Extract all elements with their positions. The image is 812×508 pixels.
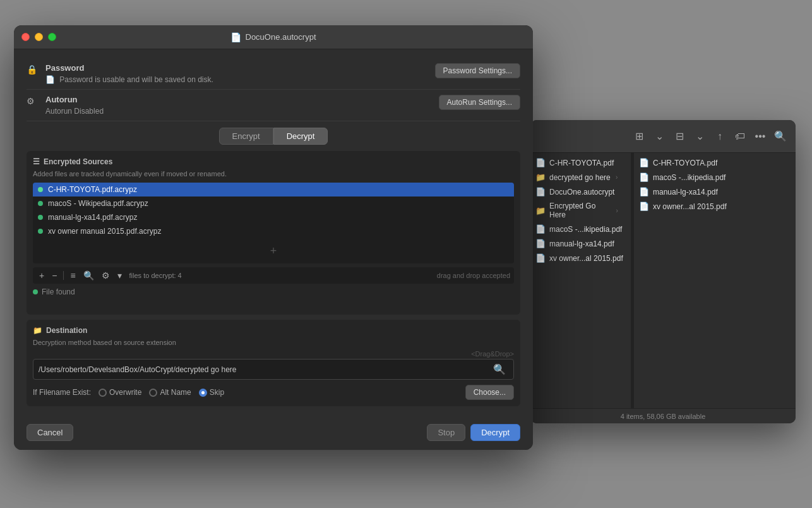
file-list: C-HR-TOYOTA.pdf.acrypz macoS - Wikipedia…	[33, 183, 514, 263]
list-item[interactable]: 📄 macoS -...ikipedia.pdf	[530, 222, 631, 236]
tag-icon[interactable]: 🏷	[732, 129, 748, 144]
file-list-empty-space: +	[33, 238, 514, 263]
remove-file-button[interactable]: −	[49, 269, 59, 282]
dialog-window: 📄 DocuOne.autocrypt 🔒 Password 📄 Passwor…	[14, 25, 533, 450]
encrypted-sources-panel: ☰ Encrypted Sources Added files are trac…	[27, 151, 520, 315]
list-item[interactable]: 📄 macoS -...ikipedia.pdf	[634, 170, 796, 184]
destination-path[interactable]: /Users/roberto/DevelsandBox/AutoCrypt/de…	[39, 365, 488, 374]
destination-path-row: <Drag&Drop> /Users/roberto/DevelsandBox/…	[33, 350, 514, 380]
autorun-section: ⚙ Autorun Autorun Disabled AutoRun Setti…	[27, 90, 520, 121]
overwrite-radio[interactable]	[99, 389, 107, 397]
finder-status-bar: 4 items, 58,06 GB available	[530, 408, 796, 423]
altname-radio[interactable]	[149, 389, 157, 397]
file-item[interactable]: macoS - Wikipedia.pdf.acrypz	[33, 197, 514, 210]
altname-label: Alt Name	[160, 388, 191, 397]
password-settings-button[interactable]: Password Settings...	[435, 63, 520, 78]
file-icon: 📄	[535, 239, 546, 248]
columns-toggle-icon[interactable]: ⌄	[652, 129, 667, 144]
altname-option[interactable]: Alt Name	[149, 388, 191, 397]
maximize-button[interactable]	[48, 33, 56, 41]
file-status-dot	[38, 215, 43, 220]
dropdown-file-button[interactable]: ▾	[115, 269, 124, 282]
file-item[interactable]: C-HR-TOYOTA.pdf.acrypz	[33, 183, 514, 197]
list-item[interactable]: 📄 xv owner...al 2015.pdf	[634, 199, 796, 214]
chevron-right-icon: ›	[616, 174, 626, 181]
sources-header: ☰ Encrypted Sources	[33, 157, 514, 166]
title-bar-center: 📄 DocuOne.autocrypt	[230, 32, 316, 42]
autorun-settings-button[interactable]: AutoRun Settings...	[439, 95, 520, 110]
file-item[interactable]: xv owner manual 2015.pdf.acrypz	[33, 224, 514, 238]
password-section: 🔒 Password 📄 Password is usable and will…	[27, 58, 520, 90]
autorun-settings-right: AutoRun Settings...	[439, 95, 520, 110]
finder-toolbar: ⊞ ⌄ ⊟ ⌄ ↑ 🏷 ••• 🔍	[530, 120, 796, 153]
footer-right: Stop Decrypt	[427, 424, 520, 441]
search-icon[interactable]: 🔍	[773, 129, 788, 144]
destination-title: Destination	[46, 326, 87, 335]
file-icon: 📄	[535, 253, 546, 263]
file-status-text: File found	[42, 287, 75, 296]
gear-icon: ⚙	[27, 96, 39, 106]
password-body: Password 📄 Password is usable and will b…	[45, 63, 429, 84]
destination-panel: 📁 Destination Decryption method based on…	[27, 320, 520, 406]
list-item[interactable]: 📄 DocuOne.autocrypt	[530, 184, 631, 199]
list-item[interactable]: 📄 C-HR-TOYOTA.pdf	[530, 155, 631, 170]
add-icon: +	[33, 238, 514, 263]
file-count: files to decrypt: 4	[129, 272, 434, 279]
file-icon: 📄	[639, 202, 649, 211]
list-item[interactable]: 📄 xv owner...al 2015.pdf	[530, 251, 631, 265]
grid-icon[interactable]: ⊟	[672, 129, 687, 144]
overwrite-option[interactable]: Overwrite	[99, 388, 141, 397]
share-icon[interactable]: ↑	[712, 129, 727, 144]
file-item[interactable]: manual-lg-xa14.pdf.acrypz	[33, 210, 514, 224]
file-name: manual-lg-xa14.pdf.acrypz	[48, 213, 137, 222]
title-icon: 📄	[230, 32, 241, 42]
folder-icon: 📁	[33, 326, 42, 335]
status-dot	[33, 289, 38, 294]
settings-file-button[interactable]: ⚙	[99, 269, 112, 282]
columns-icon[interactable]: ⊞	[631, 129, 647, 144]
overwrite-label: Overwrite	[109, 388, 141, 397]
list-item[interactable]: 📄 manual-lg-xa14.pdf	[530, 236, 631, 251]
finder-window: ⊞ ⌄ ⊟ ⌄ ↑ 🏷 ••• 🔍 📄 C-HR-TOYOTA.pdf 📁 de…	[530, 120, 796, 423]
tab-encrypt[interactable]: Encrypt	[219, 128, 273, 145]
tab-decrypt[interactable]: Decrypt	[273, 128, 328, 145]
search-file-button[interactable]: 🔍	[81, 269, 97, 282]
autorun-status: Autorun Disabled	[45, 107, 433, 116]
minimize-button[interactable]	[35, 33, 43, 41]
filename-exist-label: If Filename Exist:	[33, 388, 91, 397]
autorun-body: Autorun Autorun Disabled	[45, 95, 433, 116]
close-button[interactable]	[21, 33, 30, 41]
dest-path-container: <Drag&Drop> /Users/roberto/DevelsandBox/…	[33, 350, 514, 380]
autorun-label: Autorun	[45, 95, 433, 104]
cancel-button[interactable]: Cancel	[27, 424, 73, 441]
password-status-icon: 📄	[45, 75, 55, 84]
finder-status-text: 4 items, 58,06 GB available	[621, 413, 706, 420]
choose-button[interactable]: Choose...	[465, 385, 514, 400]
file-icon: 📄	[639, 172, 649, 182]
chevron-right-icon: ›	[616, 207, 626, 214]
folder-icon: 📁	[535, 206, 546, 215]
list-item[interactable]: 📁 decrypted go here ›	[530, 170, 631, 184]
tab-row: Encrypt Decrypt	[27, 128, 520, 145]
grid-options-icon[interactable]: ⌄	[692, 129, 707, 144]
list-item[interactable]: 📄 manual-lg-xa14.pdf	[634, 184, 796, 199]
file-icon: 📄	[535, 158, 546, 167]
sources-title: Encrypted Sources	[44, 157, 112, 166]
destination-browse-button[interactable]: 🔍	[491, 362, 508, 377]
list-view-button[interactable]: ≡	[68, 269, 78, 282]
decrypt-button[interactable]: Decrypt	[470, 424, 520, 441]
file-icon: 📄	[639, 187, 649, 197]
list-icon: ☰	[33, 157, 40, 166]
stop-button[interactable]: Stop	[427, 424, 465, 441]
title-bar: 📄 DocuOne.autocrypt	[14, 25, 533, 49]
file-status-dot	[38, 201, 43, 206]
list-item[interactable]: 📁 Encrypted Go Here ›	[530, 199, 631, 222]
file-icon: 📄	[639, 158, 649, 167]
list-item[interactable]: 📄 C-HR-TOYOTA.pdf	[634, 155, 796, 170]
more-icon[interactable]: •••	[753, 129, 768, 144]
skip-radio[interactable]	[199, 389, 207, 397]
add-file-button[interactable]: +	[37, 269, 47, 282]
password-label: Password	[45, 63, 429, 73]
skip-option[interactable]: Skip	[199, 388, 224, 397]
dialog-footer: Cancel Stop Decrypt	[14, 418, 533, 450]
